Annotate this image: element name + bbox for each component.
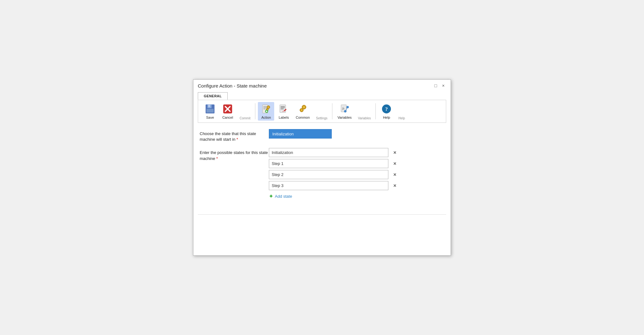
configure-action-dialog: Configure Action - State machine □ × GEN… (193, 79, 451, 256)
commit-section-label: Commit (237, 116, 253, 121)
svg-rect-2 (208, 105, 210, 107)
state-input-1[interactable] (269, 148, 388, 157)
title-bar: Configure Action - State machine □ × (193, 80, 451, 91)
tab-strip: GENERAL (193, 92, 451, 100)
cancel-icon (222, 103, 233, 115)
start-state-label: Choose the state that this state machine… (200, 129, 269, 142)
delete-state-2-button[interactable]: × (391, 161, 399, 166)
action-icon (260, 103, 272, 115)
add-state-button[interactable]: ✦ Add state (269, 192, 292, 201)
state-input-3[interactable] (269, 170, 388, 179)
toolbar-group-help: ? Help Help (376, 102, 410, 121)
start-state-required: * (236, 137, 238, 142)
labels-label: Labels (279, 116, 289, 119)
svg-point-31 (344, 110, 347, 113)
add-state-icon: ✦ (269, 193, 273, 199)
svg-point-12 (268, 106, 269, 108)
tab-general[interactable]: GENERAL (198, 92, 228, 100)
svg-point-30 (346, 106, 349, 109)
variables-icon: fx (339, 103, 350, 115)
save-toolbar-item[interactable]: Save (202, 102, 218, 121)
svg-rect-3 (207, 109, 214, 112)
variables-section-label: Variables (355, 116, 373, 121)
start-state-select[interactable]: Initialization Step 1 Step 2 Step 3 (269, 129, 332, 139)
dialog-title: Configure Action - State machine (198, 83, 267, 88)
save-label: Save (206, 116, 214, 119)
states-label: Enter the possible states for this state… (200, 148, 269, 161)
labels-toolbar-item[interactable]: Labels (275, 102, 292, 121)
toolbar-wrapper: Save Cancel Commit (198, 100, 446, 123)
bottom-divider (198, 214, 446, 215)
common-icon (297, 103, 308, 115)
delete-state-4-button[interactable]: × (391, 183, 399, 188)
labels-icon (278, 103, 289, 115)
state-row-1: × (269, 148, 444, 157)
svg-point-14 (267, 109, 268, 110)
svg-point-25 (303, 106, 305, 108)
cancel-toolbar-item[interactable]: Cancel (219, 102, 236, 121)
cancel-label: Cancel (222, 116, 233, 119)
svg-text:fx: fx (342, 107, 345, 110)
action-toolbar-item[interactable]: Action (258, 102, 274, 121)
svg-text:?: ? (385, 106, 388, 112)
svg-point-27 (301, 109, 303, 111)
help-icon: ? (381, 103, 392, 115)
state-input-2[interactable] (269, 159, 388, 168)
state-row-3: × (269, 170, 444, 179)
states-control-area: × × × × ✦ Add state (269, 148, 444, 201)
states-required: * (216, 156, 218, 161)
toolbar-group-commit: Save Cancel Commit (199, 102, 255, 121)
save-icon (204, 103, 216, 115)
settings-section-label: Settings (314, 116, 330, 121)
help-label: Help (383, 116, 390, 119)
state-row-2: × (269, 159, 444, 168)
delete-state-3-button[interactable]: × (391, 172, 399, 177)
start-state-control: Initialization Step 1 Step 2 Step 3 (269, 129, 444, 139)
variables-toolbar-item[interactable]: fx Variables (335, 102, 354, 121)
variables-label: Variables (337, 116, 352, 119)
states-list-row: Enter the possible states for this state… (200, 148, 444, 201)
minimize-button[interactable]: □ (433, 83, 438, 88)
state-row-4: × (269, 181, 444, 190)
title-controls: □ × (433, 83, 446, 88)
content-area: Choose the state that this state machine… (193, 123, 451, 209)
common-toolbar-item[interactable]: Common (293, 102, 312, 121)
close-button[interactable]: × (441, 83, 446, 88)
toolbar-group-variables: fx Variables Variables (332, 102, 376, 121)
delete-state-1-button[interactable]: × (391, 150, 399, 155)
state-select-wrapper: Initialization Step 1 Step 2 Step 3 (269, 129, 444, 139)
toolbar-group-settings: Action Labels (255, 102, 332, 121)
add-state-label: Add state (275, 194, 292, 199)
toolbar: Save Cancel Commit (198, 100, 446, 122)
action-label: Action (261, 116, 271, 119)
help-section-label: Help (396, 116, 408, 121)
common-label: Common (296, 116, 310, 119)
help-toolbar-item[interactable]: ? Help (378, 102, 395, 121)
state-input-4[interactable] (269, 181, 388, 190)
start-state-row: Choose the state that this state machine… (200, 129, 444, 142)
